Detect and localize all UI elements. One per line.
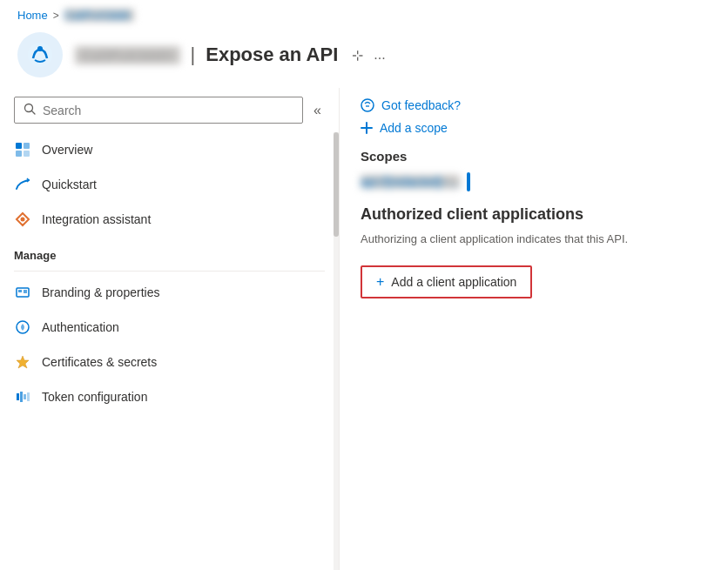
add-client-label: Add a client application xyxy=(391,275,516,289)
quickstart-icon xyxy=(14,176,31,193)
header-divider: | xyxy=(191,44,196,66)
svg-point-1 xyxy=(37,46,43,51)
page-header: CalIPvA3ddit | Expose an API ⊹ ... xyxy=(0,27,728,88)
breadcrumb-current[interactable]: CalIPvA3ddit xyxy=(64,9,134,22)
svg-rect-7 xyxy=(24,151,30,157)
sidebar-item-authentication[interactable]: Authentication xyxy=(0,310,339,345)
scopes-section-title: Scopes xyxy=(361,149,707,164)
svg-rect-4 xyxy=(16,143,22,149)
svg-rect-14 xyxy=(17,393,19,400)
svg-rect-16 xyxy=(24,394,26,399)
sidebar-item-certificates[interactable]: Certificates & secrets xyxy=(0,345,339,379)
page-title: Expose an API xyxy=(206,44,338,66)
feedback-icon xyxy=(361,98,374,112)
scope-item: api://[redacted]--... xyxy=(361,172,707,191)
certificates-icon xyxy=(14,353,31,371)
token-icon xyxy=(14,388,31,406)
breadcrumb: Home > CalIPvA3ddit xyxy=(0,0,728,27)
header-app-name: CalIPvA3ddit xyxy=(75,46,180,64)
breadcrumb-home[interactable]: Home xyxy=(17,9,48,22)
feedback-row[interactable]: Got feedback? xyxy=(361,98,707,112)
sidebar-nav: Overview Quickstart Integration assistan… xyxy=(0,132,339,570)
token-label: Token configuration xyxy=(42,390,147,404)
collapse-sidebar-button[interactable]: « xyxy=(310,99,325,122)
search-container: « xyxy=(0,88,339,132)
svg-rect-15 xyxy=(20,392,23,402)
overview-icon xyxy=(14,141,31,158)
sidebar-item-integration[interactable]: Integration assistant xyxy=(0,202,339,237)
svg-rect-6 xyxy=(16,151,22,157)
authentication-label: Authentication xyxy=(42,320,119,334)
integration-icon xyxy=(14,211,31,228)
scope-link[interactable]: api://[redacted]--... xyxy=(361,175,460,189)
overview-label: Overview xyxy=(42,143,92,157)
svg-line-3 xyxy=(32,111,36,115)
breadcrumb-separator: > xyxy=(53,10,59,22)
sidebar-item-overview[interactable]: Overview xyxy=(0,132,339,167)
more-icon[interactable]: ... xyxy=(374,47,385,63)
authentication-icon xyxy=(14,319,31,336)
sidebar-item-quickstart[interactable]: Quickstart xyxy=(0,167,339,202)
sidebar-item-token[interactable]: Token configuration xyxy=(0,379,339,414)
branding-icon xyxy=(14,284,31,301)
feedback-label: Got feedback? xyxy=(381,98,461,112)
sidebar: « Overview Quickstart xyxy=(0,88,340,570)
search-input[interactable] xyxy=(43,104,293,117)
add-client-button[interactable]: + Add a client application xyxy=(361,265,532,298)
header-title: CalIPvA3ddit | Expose an API ⊹ ... xyxy=(75,44,711,66)
scroll-track xyxy=(334,132,339,570)
add-scope-row[interactable]: Add a scope xyxy=(361,121,707,135)
sidebar-item-branding[interactable]: Branding & properties xyxy=(0,275,339,310)
branding-label: Branding & properties xyxy=(42,285,159,299)
svg-rect-17 xyxy=(27,392,30,401)
main-layout: « Overview Quickstart xyxy=(0,88,728,570)
svg-point-18 xyxy=(361,99,374,111)
pin-icon[interactable]: ⊹ xyxy=(352,47,363,64)
authorized-desc: Authorizing a client application indicat… xyxy=(361,231,707,248)
certificates-label: Certificates & secrets xyxy=(42,355,157,369)
search-box[interactable] xyxy=(14,97,303,124)
svg-rect-10 xyxy=(18,290,22,292)
add-client-plus-icon: + xyxy=(376,274,384,290)
manage-section-label: Manage xyxy=(0,237,339,267)
manage-divider xyxy=(14,271,325,272)
svg-rect-5 xyxy=(24,143,30,149)
authorized-section: Authorized client applications Authorizi… xyxy=(361,205,707,298)
svg-point-8 xyxy=(21,218,25,222)
scroll-thumb xyxy=(334,132,339,237)
quickstart-label: Quickstart xyxy=(42,178,97,191)
authorized-title: Authorized client applications xyxy=(361,205,707,224)
scope-bar xyxy=(467,172,470,191)
add-scope-icon xyxy=(361,122,373,134)
add-scope-label: Add a scope xyxy=(380,121,448,135)
search-icon xyxy=(24,103,36,117)
main-content: Got feedback? Add a scope Scopes api://[… xyxy=(340,88,728,570)
integration-label: Integration assistant xyxy=(42,212,151,226)
app-icon xyxy=(17,32,63,77)
